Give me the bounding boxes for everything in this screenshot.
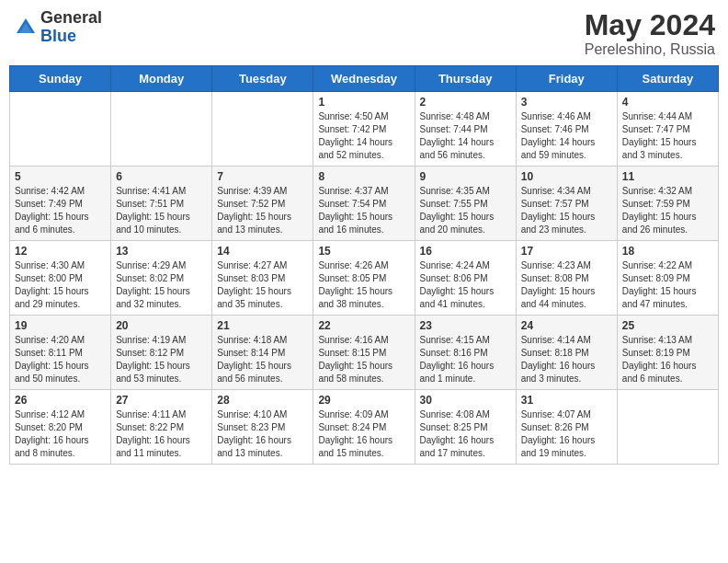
day-info-line: and 59 minutes.: [521, 149, 612, 162]
day-info-line: and 13 minutes.: [217, 447, 308, 460]
day-number: 28: [217, 394, 308, 407]
day-number: 16: [420, 245, 511, 258]
day-number: 30: [420, 394, 511, 407]
day-info-line: Sunset: 8:08 PM: [521, 272, 612, 285]
calendar-day-cell: 18Sunrise: 4:22 AMSunset: 8:09 PMDayligh…: [617, 241, 718, 316]
day-info-line: and 6 minutes.: [622, 373, 713, 385]
day-info-line: Sunrise: 4:30 AM: [15, 259, 106, 272]
day-info-line: Sunrise: 4:20 AM: [15, 334, 106, 347]
calendar-day-cell: [212, 92, 313, 167]
day-info-line: Sunset: 8:06 PM: [420, 272, 511, 285]
calendar-day-cell: 27Sunrise: 4:11 AMSunset: 8:22 PMDayligh…: [111, 390, 212, 465]
day-info-line: and 1 minute.: [420, 373, 511, 385]
day-info-line: Sunrise: 4:23 AM: [521, 259, 612, 272]
day-number: 4: [622, 96, 713, 109]
day-info-line: Sunrise: 4:46 AM: [521, 110, 612, 123]
title-block: May 2024 Pereleshino, Russia: [585, 9, 715, 58]
day-info-line: Sunset: 7:55 PM: [420, 198, 511, 211]
day-info-line: Sunset: 8:15 PM: [318, 347, 409, 360]
day-info-line: Daylight: 16 hours: [622, 360, 713, 373]
day-info-line: Sunset: 8:22 PM: [116, 421, 207, 434]
day-info-line: Daylight: 15 hours: [116, 285, 207, 298]
day-info-line: Sunset: 7:44 PM: [420, 123, 511, 136]
day-info-line: Sunrise: 4:37 AM: [318, 185, 409, 198]
day-info-line: Sunrise: 4:32 AM: [622, 185, 713, 198]
day-info-line: Sunrise: 4:09 AM: [318, 408, 409, 421]
day-info-line: Daylight: 15 hours: [318, 360, 409, 373]
calendar-day-cell: 21Sunrise: 4:18 AMSunset: 8:14 PMDayligh…: [212, 316, 313, 390]
calendar-location: Pereleshino, Russia: [585, 41, 715, 58]
day-info-line: and 56 minutes.: [420, 149, 511, 162]
day-number: 5: [15, 170, 106, 183]
day-number: 13: [116, 245, 207, 258]
day-info-line: and 26 minutes.: [622, 224, 713, 236]
calendar-day-cell: 1Sunrise: 4:50 AMSunset: 7:42 PMDaylight…: [313, 92, 415, 167]
day-info-line: Sunset: 8:11 PM: [15, 347, 106, 360]
day-of-week-header: Tuesday: [212, 66, 313, 92]
calendar-week-row: 12Sunrise: 4:30 AMSunset: 8:00 PMDayligh…: [10, 241, 719, 316]
day-of-week-header: Wednesday: [313, 66, 415, 92]
day-info-line: Daylight: 16 hours: [521, 434, 612, 447]
calendar-day-cell: 28Sunrise: 4:10 AMSunset: 8:23 PMDayligh…: [212, 390, 313, 465]
logo-icon: [13, 15, 39, 40]
day-info-line: Daylight: 15 hours: [15, 285, 106, 298]
calendar-header-row: SundayMondayTuesdayWednesdayThursdayFrid…: [10, 66, 719, 92]
day-info-line: and 32 minutes.: [116, 298, 207, 311]
day-info-line: Daylight: 15 hours: [420, 211, 511, 224]
day-number: 29: [318, 394, 409, 407]
day-info-line: Sunset: 8:03 PM: [217, 272, 308, 285]
calendar-day-cell: 22Sunrise: 4:16 AMSunset: 8:15 PMDayligh…: [313, 316, 415, 390]
day-number: 1: [318, 96, 409, 109]
calendar-day-cell: 23Sunrise: 4:15 AMSunset: 8:16 PMDayligh…: [415, 316, 516, 390]
day-info-line: Daylight: 15 hours: [217, 360, 308, 373]
day-number: 20: [116, 319, 207, 332]
day-info-line: Sunrise: 4:44 AM: [622, 110, 713, 123]
day-of-week-header: Friday: [516, 66, 617, 92]
day-number: 25: [622, 319, 713, 332]
day-info-line: Daylight: 15 hours: [622, 136, 713, 149]
day-info-line: Daylight: 15 hours: [318, 211, 409, 224]
calendar-day-cell: 29Sunrise: 4:09 AMSunset: 8:24 PMDayligh…: [313, 390, 415, 465]
logo-blue-text: Blue: [40, 28, 102, 46]
calendar-day-cell: 3Sunrise: 4:46 AMSunset: 7:46 PMDaylight…: [516, 92, 617, 167]
calendar-day-cell: [111, 92, 212, 167]
day-info-line: Daylight: 16 hours: [420, 360, 511, 373]
day-info-line: and 8 minutes.: [15, 447, 106, 460]
calendar-day-cell: 9Sunrise: 4:35 AMSunset: 7:55 PMDaylight…: [415, 167, 516, 241]
day-info-line: Sunrise: 4:16 AM: [318, 334, 409, 347]
day-of-week-header: Saturday: [617, 66, 718, 92]
day-info-line: and 58 minutes.: [318, 373, 409, 385]
day-info-line: and 50 minutes.: [15, 373, 106, 385]
day-info-line: Sunset: 8:23 PM: [217, 421, 308, 434]
day-info-line: Daylight: 15 hours: [15, 211, 106, 224]
day-info-line: Daylight: 14 hours: [420, 136, 511, 149]
calendar-day-cell: 7Sunrise: 4:39 AMSunset: 7:52 PMDaylight…: [212, 167, 313, 241]
day-info-line: and 41 minutes.: [420, 298, 511, 311]
day-number: 22: [318, 319, 409, 332]
day-info-line: Daylight: 15 hours: [622, 211, 713, 224]
day-info-line: and 16 minutes.: [318, 224, 409, 236]
calendar-day-cell: 11Sunrise: 4:32 AMSunset: 7:59 PMDayligh…: [617, 167, 718, 241]
day-info-line: Daylight: 16 hours: [420, 434, 511, 447]
day-number: 15: [318, 245, 409, 258]
day-info-line: and 20 minutes.: [420, 224, 511, 236]
calendar-day-cell: [617, 390, 718, 465]
day-info-line: and 19 minutes.: [521, 447, 612, 460]
day-info-line: Daylight: 15 hours: [116, 211, 207, 224]
calendar-day-cell: 8Sunrise: 4:37 AMSunset: 7:54 PMDaylight…: [313, 167, 415, 241]
day-info-line: and 3 minutes.: [521, 373, 612, 385]
day-number: 24: [521, 319, 612, 332]
day-info-line: Sunset: 7:54 PM: [318, 198, 409, 211]
day-info-line: Sunrise: 4:48 AM: [420, 110, 511, 123]
day-info-line: Sunset: 7:57 PM: [521, 198, 612, 211]
day-number: 26: [15, 394, 106, 407]
day-of-week-header: Sunday: [10, 66, 111, 92]
day-info-line: and 17 minutes.: [420, 447, 511, 460]
day-info-line: Daylight: 15 hours: [15, 360, 106, 373]
day-number: 27: [116, 394, 207, 407]
day-number: 12: [15, 245, 106, 258]
day-number: 8: [318, 170, 409, 183]
day-info-line: Sunrise: 4:35 AM: [420, 185, 511, 198]
day-info-line: and 6 minutes.: [15, 224, 106, 236]
day-info-line: Daylight: 14 hours: [318, 136, 409, 149]
